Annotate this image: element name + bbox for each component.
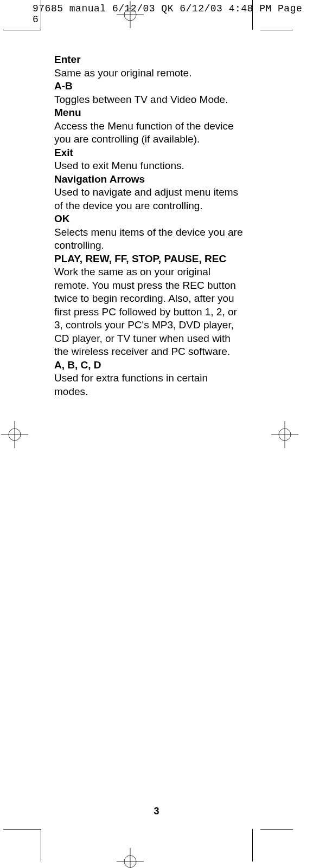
entry-body: Selects menu items of the device you are… bbox=[54, 226, 244, 252]
entry-title: Menu bbox=[54, 107, 81, 118]
entry-title: PLAY, REW, FF, STOP, PAUSE, REC bbox=[54, 253, 226, 264]
page-body: Enter Same as your original remote. A-B … bbox=[54, 53, 244, 398]
entry-title: OK bbox=[54, 213, 70, 224]
entry-body: Used to exit Menu functions. bbox=[54, 159, 244, 173]
entry-body: Work the same as on your original remote… bbox=[54, 265, 244, 359]
crop-mark bbox=[260, 829, 293, 830]
document-header: 97685 manual 6/12/03 QK 6/12/03 4:48 PM … bbox=[33, 3, 313, 25]
crop-mark bbox=[260, 30, 293, 30]
page-number: 3 bbox=[0, 806, 313, 817]
crop-mark bbox=[252, 829, 253, 861]
entry-body: Used for extra functions in certain mode… bbox=[54, 372, 244, 398]
entry-title: Enter bbox=[54, 54, 81, 65]
registration-mark-icon bbox=[271, 421, 298, 448]
entry-title: A, B, C, D bbox=[54, 359, 101, 371]
registration-mark-icon bbox=[117, 848, 144, 868]
crop-mark bbox=[3, 30, 41, 30]
entry-body: Used to navigate and adjust menu items o… bbox=[54, 186, 244, 212]
crop-mark bbox=[3, 829, 41, 830]
crop-mark bbox=[41, 0, 41, 30]
crop-mark bbox=[41, 829, 41, 861]
entry-title: A-B bbox=[54, 80, 73, 92]
entry-body: Toggles between TV and Video Mode. bbox=[54, 93, 244, 107]
entry-title: Exit bbox=[54, 147, 73, 158]
entry-body: Same as your original remote. bbox=[54, 67, 244, 80]
registration-mark-icon bbox=[117, 1, 144, 28]
entry-title: Navigation Arrows bbox=[54, 173, 145, 185]
registration-mark-icon bbox=[1, 421, 28, 448]
crop-mark bbox=[252, 0, 253, 30]
entry-body: Access the Menu function of the device y… bbox=[54, 120, 244, 146]
